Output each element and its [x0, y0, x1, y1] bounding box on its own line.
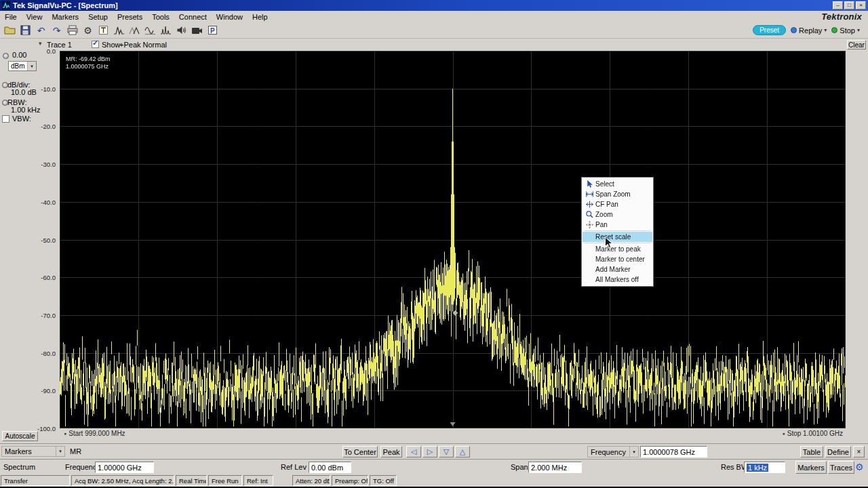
marker-right-button[interactable]: ▷	[422, 446, 437, 458]
minimize-button[interactable]: –	[833, 1, 843, 9]
settings-gear-icon[interactable]: ⚙	[80, 24, 96, 37]
spectrum-trace-canvas[interactable]	[60, 51, 846, 428]
center-frequency-field[interactable]: 1.00000 GHz	[95, 462, 154, 473]
clear-button[interactable]: Clear	[847, 40, 866, 49]
markers-selector-label: Markers	[5, 447, 32, 455]
text-note-icon[interactable]	[96, 24, 111, 37]
replay-label: Replay	[799, 26, 822, 35]
to-center-button[interactable]: To Center	[342, 446, 378, 458]
markers-panel-button[interactable]: Markers	[795, 461, 827, 474]
stop-caret-icon[interactable]: ▾	[857, 27, 860, 33]
status-cell-acq-bw: Acq BW: 2.50 MHz, Acq Length: 2.586 ms	[71, 475, 174, 486]
collapse-caret-icon[interactable]: ▾	[39, 40, 42, 47]
context-menu-item-marker-to-peak[interactable]: Marker to peak	[583, 244, 652, 254]
traces-panel-button[interactable]: Traces	[828, 461, 854, 474]
peak-button[interactable]: Peak	[380, 446, 402, 458]
preset-button[interactable]: Preset	[753, 25, 786, 35]
res-bw-field[interactable]: 1 kHz	[744, 462, 785, 473]
spectrum-plot[interactable]: MR: -69.42 dBm 1.0000075 GHz	[60, 51, 846, 428]
video-capture-icon[interactable]	[189, 24, 205, 37]
marker-readout-frequency: 1.0000075 GHz	[66, 63, 111, 70]
markers-selector-combo[interactable]: Markers ▾	[1, 446, 65, 457]
span-zoom-icon	[584, 190, 595, 199]
ref-level-knob-icon[interactable]	[3, 53, 9, 59]
db-div-knob-icon[interactable]	[2, 82, 8, 88]
redo-icon[interactable]: ↷	[49, 24, 64, 37]
context-menu-item-cf-pan[interactable]: CF Pan	[583, 199, 652, 209]
y-axis-tick: -20.0	[41, 123, 56, 130]
status-bar: TransferAcq BW: 2.50 MHz, Acq Length: 2.…	[0, 474, 868, 487]
y-axis-tick: -30.0	[41, 161, 56, 168]
dual-spectrum-icon[interactable]	[127, 24, 142, 37]
combo-caret-icon[interactable]: ▾	[629, 447, 638, 457]
rbw-knob-icon[interactable]	[2, 100, 8, 106]
context-menu-item-select[interactable]: Select	[583, 179, 652, 189]
y-axis-tick: -80.0	[41, 350, 56, 357]
menu-setup[interactable]: Setup	[83, 12, 113, 22]
marker-readout-type-combo[interactable]: Frequency ▾	[587, 446, 639, 458]
marker-down-button[interactable]: ▽	[439, 446, 454, 458]
marker-readout-amplitude: MR: -69.42 dBm	[66, 56, 111, 63]
autoscale-button[interactable]: Autoscale	[2, 431, 38, 441]
context-menu-item-label: Reset scale	[595, 233, 631, 241]
spectrum-trace-icon[interactable]	[111, 24, 127, 37]
spurious-icon[interactable]	[158, 24, 174, 37]
show-trace-checkbox[interactable]: ✓	[92, 41, 99, 48]
context-menu-item-reset-scale[interactable]: Reset scale	[583, 232, 652, 242]
undo-icon[interactable]: ↶	[33, 24, 49, 37]
marker-left-button[interactable]: ◁	[406, 446, 421, 458]
menu-help[interactable]: Help	[248, 12, 273, 22]
menu-file[interactable]: File	[0, 12, 22, 22]
marker-up-button[interactable]: △	[455, 446, 470, 458]
save-icon[interactable]	[18, 24, 33, 37]
context-menu-item-label: Zoom	[595, 211, 613, 218]
readout-type-label: Frequency	[591, 448, 626, 456]
title-bar[interactable]: Tek SignalVu-PC - [Spectrum] – □ ×	[0, 0, 868, 11]
restore-button[interactable]: □	[844, 1, 854, 9]
ref-level-field[interactable]: 0.00 dBm	[309, 462, 351, 473]
table-button[interactable]: Table	[800, 446, 823, 458]
status-cell-transfer: Transfer	[1, 475, 70, 486]
vbw-label: VBW:	[12, 115, 31, 123]
unit-value: dBm	[11, 62, 25, 70]
replay-button[interactable]: Replay ▾	[791, 26, 827, 35]
status-cell-preamp: Preamp: Off	[332, 475, 368, 486]
menu-items: FileViewMarkersSetupPresetsToolsConnectW…	[0, 12, 273, 22]
audio-demod-icon[interactable]	[174, 24, 189, 37]
context-menu-item-all-markers-off[interactable]: All Markers off	[583, 274, 652, 285]
menu-tools[interactable]: Tools	[147, 12, 174, 22]
time-overview-icon[interactable]	[142, 24, 158, 37]
menu-window[interactable]: Window	[212, 12, 248, 22]
tektronix-logo: Tektronix	[821, 12, 868, 22]
context-menu-item-pan[interactable]: Pan	[583, 220, 652, 230]
close-button[interactable]: ×	[856, 1, 866, 9]
combo-caret-icon[interactable]: ▾	[56, 447, 64, 456]
open-folder-icon[interactable]	[2, 24, 18, 37]
start-bullet-icon: ●	[64, 431, 66, 436]
menu-view[interactable]: View	[22, 12, 47, 22]
app-icon[interactable]	[2, 1, 10, 9]
menu-markers[interactable]: Markers	[47, 12, 83, 22]
context-menu-item-zoom[interactable]: Zoom	[583, 209, 652, 220]
context-menu-item-add-marker[interactable]: Add Marker	[583, 264, 652, 274]
vbw-checkbox[interactable]	[2, 115, 9, 123]
print-icon[interactable]	[64, 24, 80, 37]
ref-level-value[interactable]: 0.00	[12, 51, 26, 59]
pulse-p-icon[interactable]: P	[205, 24, 220, 37]
context-menu-item-span-zoom[interactable]: Span Zoom	[583, 189, 652, 199]
detector-label[interactable]: +Peak Normal	[119, 41, 167, 49]
status-cell-tg: TG: Off	[370, 475, 397, 486]
menu-connect[interactable]: Connect	[174, 12, 212, 22]
settings-gear-icon[interactable]: ⚙	[855, 462, 864, 472]
y-axis-tick: -100.0	[37, 425, 56, 432]
y-axis-tick: -50.0	[41, 237, 56, 244]
span-field[interactable]: 2.000 MHz	[528, 462, 582, 473]
markers-close-button[interactable]: ×	[853, 446, 865, 458]
menu-presets[interactable]: Presets	[113, 12, 147, 22]
context-menu-item-marker-to-center[interactable]: Marker to center	[583, 254, 652, 264]
marker-frequency-field[interactable]: 1.0000078 GHz	[640, 446, 707, 458]
stop-button[interactable]: Stop ▾	[831, 26, 860, 35]
define-button[interactable]: Define	[825, 446, 851, 458]
replay-caret-icon[interactable]: ▾	[824, 27, 827, 33]
signalvu-application-window: Tek SignalVu-PC - [Spectrum] – □ × FileV…	[0, 0, 868, 487]
